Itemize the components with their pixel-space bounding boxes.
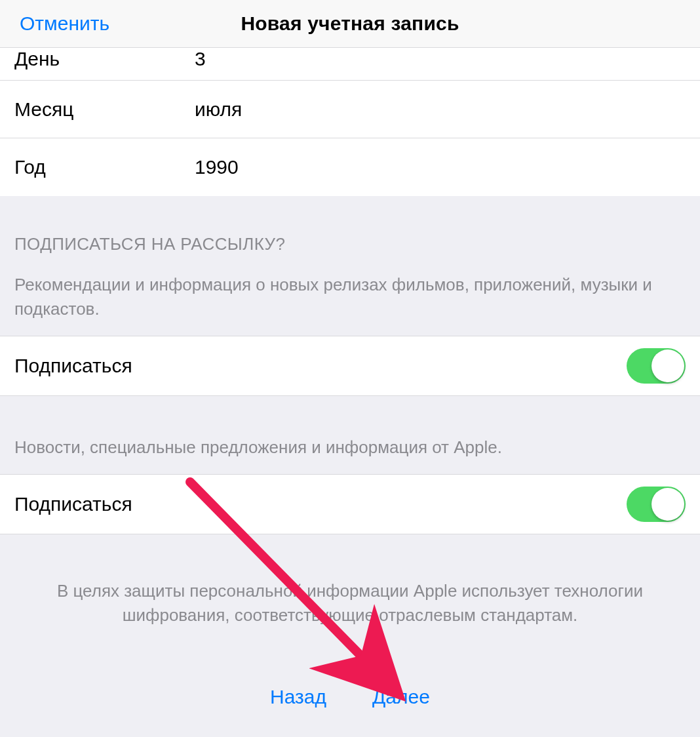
toggle-knob (651, 488, 684, 521)
privacy-text: В целях защиты персональной информации A… (0, 534, 700, 628)
subscribe-toggle-2[interactable] (627, 487, 686, 522)
modal-header: Отменить Новая учетная запись (0, 0, 700, 48)
month-label: Месяц (14, 98, 195, 121)
year-value: 1990 (195, 156, 686, 178)
back-button[interactable]: Назад (270, 686, 326, 708)
next-button[interactable]: Далее (372, 686, 430, 708)
day-value: 3 (195, 48, 686, 70)
toggle-knob (651, 349, 684, 382)
subscribe-row-1-label: Подписаться (14, 355, 627, 377)
subscribe-row-2-label: Подписаться (14, 493, 627, 515)
subscribe-row-2: Подписаться (0, 474, 700, 534)
subscribe-desc-2: Новости, специальные предложения и инфор… (0, 396, 700, 474)
month-value: июля (195, 98, 686, 121)
subscribe-section-header: ПОДПИСАТЬСЯ НА РАССЫЛКУ? (0, 196, 700, 254)
subscribe-row-1: Подписаться (0, 336, 700, 396)
year-row[interactable]: Год 1990 (0, 138, 700, 196)
subscribe-toggle-1[interactable] (627, 348, 686, 384)
day-label: День (14, 48, 195, 70)
month-row[interactable]: Месяц июля (0, 81, 700, 138)
page-title: Новая учетная запись (241, 12, 459, 35)
year-label: Год (14, 156, 195, 178)
footer-nav: Назад Далее (0, 628, 700, 708)
app-frame: Отменить Новая учетная запись День 3 Мес… (0, 0, 700, 737)
cancel-button[interactable]: Отменить (20, 12, 109, 35)
day-row[interactable]: День 3 (0, 48, 700, 81)
date-fields-group: День 3 Месяц июля Год 1990 (0, 48, 700, 196)
subscribe-desc-1: Рекомендации и информация о новых релиза… (0, 254, 700, 336)
